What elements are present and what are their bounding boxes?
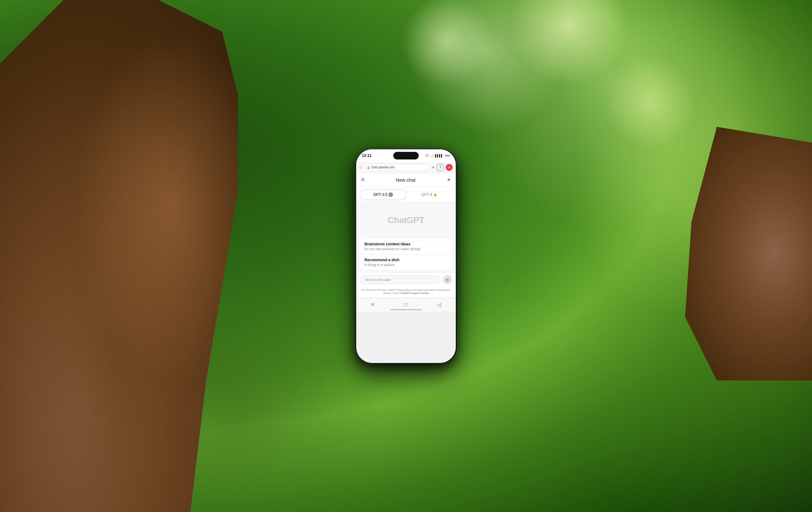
battery-icon: 70% [444, 154, 450, 157]
send-icon: ▶ [446, 277, 449, 282]
status-time: 12:11 [362, 153, 372, 158]
gpt4-lock-icon: 🔒 [433, 193, 437, 196]
browser-url-bar[interactable]: 🔒 chat.openai.com [364, 164, 430, 171]
whatsapp-icon: 💬 [425, 154, 429, 157]
suggestion-subtitle-0: for my new podcast on urban design [365, 247, 447, 251]
tab-gpt4[interactable]: GPT-4 🔒 [406, 189, 452, 200]
moon-icon: 🌙 [430, 154, 434, 157]
tab-gpt35[interactable]: GPT-3.5 i [360, 189, 406, 200]
browser-chrome: ⌂ 🔒 chat.openai.com + 7 ● [356, 162, 456, 173]
gesture-indicator [390, 309, 422, 310]
input-area: Send a message ▶ [356, 272, 456, 287]
gpt35-label: GPT-3.5 [373, 192, 387, 197]
suggestion-title-1: Recommend a dish [365, 258, 447, 262]
browser-url-text: chat.openai.com [371, 165, 395, 169]
phone-outer-frame: 12:11 💬 🌙 ▌▌▌▌ 70% ⌂ 🔒 chat.openai.com +… [355, 148, 457, 364]
signal-icon: ▌▌▌▌ [435, 154, 443, 157]
nav-home-icon[interactable]: □ [404, 302, 407, 307]
gpt35-info-badge: i [388, 192, 393, 197]
browser-lock-icon: 🔒 [367, 166, 370, 169]
suggestion-title-0: Brainstorm content ideas [365, 242, 447, 246]
gpt4-label: GPT-4 [421, 192, 432, 197]
phone-device: 12:11 💬 🌙 ▌▌▌▌ 70% ⌂ 🔒 chat.openai.com +… [355, 148, 457, 364]
app-header: ≡ New chat + [356, 173, 456, 187]
dynamic-island [393, 152, 419, 159]
suggestions-container: Brainstorm content ideas for my new podc… [360, 238, 452, 270]
phone-screen: 12:11 💬 🌙 ▌▌▌▌ 70% ⌂ 🔒 chat.openai.com +… [356, 149, 456, 363]
nav-back-icon[interactable]: ◁ [437, 302, 441, 308]
hamburger-menu-icon[interactable]: ≡ [361, 177, 364, 183]
status-bar: 12:11 💬 🌙 ▌▌▌▌ 70% [356, 149, 456, 162]
disclaimer-version-link[interactable]: ChatGPT August 3 Version [401, 292, 429, 295]
page-title: New chat [396, 177, 416, 183]
suggestion-subtitle-1: to bring to a potluck [365, 263, 447, 267]
chatgpt-logo-text: ChatGPT [387, 215, 425, 225]
suggestion-card-0[interactable]: Brainstorm content ideas for my new podc… [360, 238, 452, 254]
nav-menu-icon[interactable]: ≡ [371, 302, 374, 307]
model-tabs-container: GPT-3.5 i GPT-4 🔒 [356, 187, 456, 203]
new-chat-button[interactable]: + [447, 176, 451, 184]
browser-new-tab-icon[interactable]: + [432, 164, 435, 170]
disclaimer-text: Free Research Preview. ChatGPT may produ… [356, 287, 456, 298]
send-button[interactable]: ▶ [443, 275, 452, 284]
bottom-nav: ≡ □ ◁ [356, 298, 456, 312]
chat-area: ChatGPT Brainstorm content ideas for my … [356, 203, 456, 272]
status-icons: 💬 🌙 ▌▌▌▌ 70% [425, 154, 450, 157]
message-placeholder: Send a message [365, 278, 391, 281]
browser-red-button[interactable]: ● [446, 164, 453, 171]
browser-tab-count[interactable]: 7 [437, 164, 444, 171]
browser-red-icon: ● [448, 166, 450, 169]
browser-home-icon[interactable]: ⌂ [359, 165, 362, 170]
message-input-field[interactable]: Send a message [360, 275, 441, 284]
suggestion-card-1[interactable]: Recommend a dish to bring to a potluck [360, 254, 452, 270]
